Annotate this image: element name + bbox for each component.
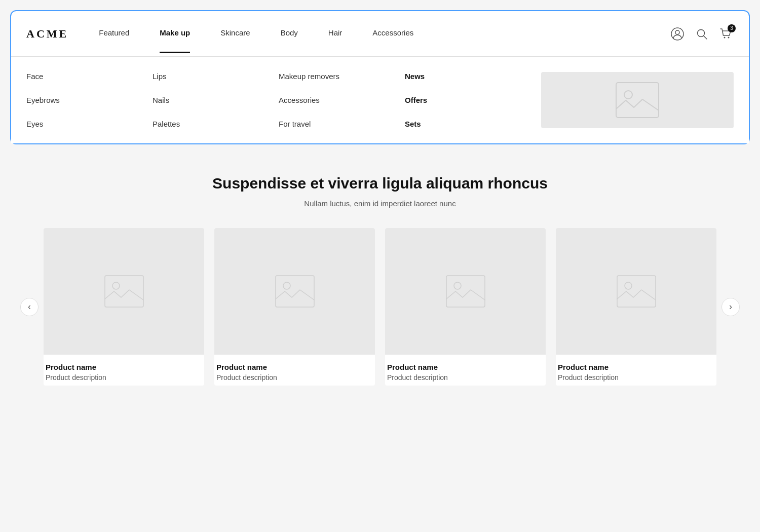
- product-name: Product name: [387, 363, 544, 371]
- product-info: Product name Product description: [556, 355, 716, 386]
- product-name: Product name: [46, 363, 202, 371]
- user-icon[interactable]: [670, 26, 685, 42]
- svg-rect-12: [446, 276, 485, 307]
- product-info: Product name Product description: [44, 355, 204, 386]
- nav-link-hair[interactable]: Hair: [328, 28, 343, 39]
- nav-icons: 3: [670, 26, 734, 42]
- dropdown-featured-image: [541, 72, 734, 128]
- svg-point-15: [625, 282, 632, 289]
- svg-point-11: [283, 282, 290, 289]
- product-name: Product name: [558, 363, 714, 371]
- svg-point-1: [675, 30, 679, 34]
- products-grid: Product name Product description: [44, 228, 716, 386]
- product-description: Product description: [387, 373, 544, 382]
- nav-dropdown: Face Eyebrows Eyes Lips Nails Palettes M…: [11, 57, 749, 143]
- dropdown-item-news[interactable]: News: [405, 72, 531, 81]
- cart-badge: 3: [728, 24, 736, 32]
- svg-rect-10: [276, 276, 314, 307]
- dropdown-item-accessories[interactable]: Accessories: [279, 96, 405, 104]
- svg-point-4: [724, 36, 726, 38]
- section-subtitle: Nullam luctus, enim id imperdiet laoreet…: [20, 199, 740, 208]
- product-description: Product description: [558, 373, 714, 382]
- image-placeholder-icon: [615, 81, 660, 119]
- product-card[interactable]: Product name Product description: [556, 228, 716, 386]
- dropdown-item-for-travel[interactable]: For travel: [279, 120, 405, 128]
- page-wrapper: ACME Featured Make up Skincare Body Hair…: [0, 0, 760, 532]
- cart-icon[interactable]: 3: [718, 26, 734, 42]
- dropdown-item-nails[interactable]: Nails: [153, 96, 279, 104]
- nav-link-featured[interactable]: Featured: [99, 28, 129, 39]
- product-card[interactable]: Product name Product description: [385, 228, 546, 386]
- svg-rect-6: [616, 83, 659, 118]
- carousel-next-button[interactable]: ›: [721, 298, 740, 316]
- product-card[interactable]: Product name Product description: [44, 228, 204, 386]
- product-info: Product name Product description: [214, 355, 375, 386]
- carousel-wrapper: ‹ Product name Product description: [20, 228, 740, 386]
- product-description: Product description: [46, 373, 202, 382]
- nav-link-body[interactable]: Body: [281, 28, 298, 39]
- dropdown-item-lips[interactable]: Lips: [153, 72, 279, 81]
- svg-point-13: [454, 282, 461, 289]
- svg-point-5: [728, 36, 730, 38]
- product-image: [214, 228, 375, 355]
- dropdown-col-2: Lips Nails Palettes: [153, 72, 279, 128]
- dropdown-item-offers[interactable]: Offers: [405, 96, 531, 104]
- dropdown-item-face[interactable]: Face: [26, 72, 153, 81]
- nav-link-makeup[interactable]: Make up: [160, 28, 190, 39]
- section-title: Suspendisse et viverra ligula aliquam rh…: [20, 175, 740, 192]
- nav-container: ACME Featured Make up Skincare Body Hair…: [10, 10, 750, 144]
- product-description: Product description: [216, 373, 373, 382]
- dropdown-item-sets[interactable]: Sets: [405, 120, 531, 128]
- product-image: [44, 228, 204, 355]
- svg-line-3: [704, 35, 707, 39]
- dropdown-item-eyes[interactable]: Eyes: [26, 120, 153, 128]
- dropdown-item-eyebrows[interactable]: Eyebrows: [26, 96, 153, 104]
- brand-logo[interactable]: ACME: [26, 27, 68, 41]
- svg-point-9: [112, 282, 120, 289]
- product-image: [385, 228, 546, 355]
- carousel-prev-button[interactable]: ‹: [20, 298, 39, 316]
- product-card[interactable]: Product name Product description: [214, 228, 375, 386]
- dropdown-col-1: Face Eyebrows Eyes: [26, 72, 153, 128]
- nav-link-skincare[interactable]: Skincare: [220, 28, 250, 39]
- dropdown-item-makeup-removers[interactable]: Makeup removers: [279, 72, 405, 81]
- nav-bar: ACME Featured Make up Skincare Body Hair…: [11, 11, 749, 57]
- main-content: Suspendisse et viverra ligula aliquam rh…: [10, 144, 750, 406]
- dropdown-col-4: News Offers Sets: [405, 72, 531, 128]
- svg-rect-14: [617, 276, 656, 307]
- svg-point-7: [624, 91, 632, 99]
- search-icon[interactable]: [694, 26, 709, 42]
- svg-rect-8: [105, 276, 143, 307]
- nav-links: Featured Make up Skincare Body Hair Acce…: [99, 28, 670, 39]
- product-info: Product name Product description: [385, 355, 546, 386]
- dropdown-item-palettes[interactable]: Palettes: [153, 120, 279, 128]
- product-name: Product name: [216, 363, 373, 371]
- product-image: [556, 228, 716, 355]
- nav-link-accessories[interactable]: Accessories: [372, 28, 413, 39]
- dropdown-columns: Face Eyebrows Eyes Lips Nails Palettes M…: [26, 72, 531, 128]
- dropdown-col-3: Makeup removers Accessories For travel: [279, 72, 405, 128]
